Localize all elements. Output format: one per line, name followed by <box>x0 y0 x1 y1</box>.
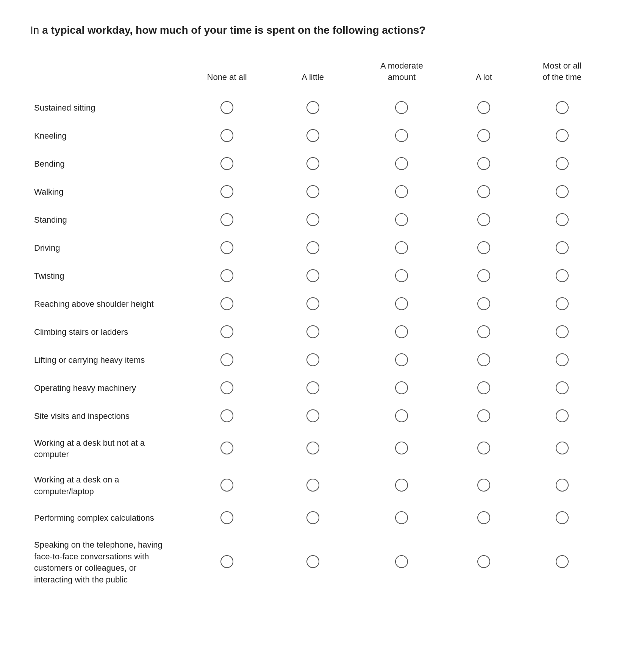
radio-circle[interactable] <box>306 409 319 422</box>
radio-option-working-desk-computer-alot[interactable] <box>477 479 490 493</box>
radio-option-kneeling-alot[interactable] <box>477 129 490 144</box>
radio-option-kneeling-moderate[interactable] <box>395 129 408 144</box>
radio-option-performing-calculations-alot[interactable] <box>477 511 490 526</box>
radio-option-bending-little[interactable] <box>306 157 319 172</box>
radio-circle[interactable] <box>306 381 319 394</box>
radio-circle[interactable] <box>306 157 319 170</box>
radio-circle[interactable] <box>556 381 569 394</box>
radio-option-performing-calculations-none[interactable] <box>220 511 233 526</box>
radio-circle[interactable] <box>306 555 319 568</box>
radio-circle[interactable] <box>556 479 569 492</box>
radio-option-speaking-telephone-most[interactable] <box>556 555 569 570</box>
radio-circle[interactable] <box>306 213 319 226</box>
radio-option-working-desk-computer-moderate[interactable] <box>395 479 408 493</box>
radio-option-working-desk-computer-none[interactable] <box>220 479 233 493</box>
radio-circle[interactable] <box>477 213 490 226</box>
radio-option-twisting-most[interactable] <box>556 269 569 284</box>
radio-option-speaking-telephone-alot[interactable] <box>477 555 490 570</box>
radio-circle[interactable] <box>395 157 408 170</box>
radio-circle[interactable] <box>477 555 490 568</box>
radio-circle[interactable] <box>306 185 319 198</box>
radio-circle[interactable] <box>395 129 408 142</box>
radio-option-speaking-telephone-little[interactable] <box>306 555 319 570</box>
radio-option-climbing-stairs-little[interactable] <box>306 325 319 340</box>
radio-circle[interactable] <box>556 185 569 198</box>
radio-option-working-desk-computer-most[interactable] <box>556 479 569 493</box>
radio-circle[interactable] <box>306 241 319 254</box>
radio-circle[interactable] <box>220 157 233 170</box>
radio-circle[interactable] <box>395 101 408 114</box>
radio-circle[interactable] <box>477 479 490 492</box>
radio-circle[interactable] <box>306 442 319 454</box>
radio-circle[interactable] <box>556 511 569 524</box>
radio-circle[interactable] <box>477 442 490 454</box>
radio-option-lifting-carrying-little[interactable] <box>306 353 319 368</box>
radio-circle[interactable] <box>395 213 408 226</box>
radio-circle[interactable] <box>220 241 233 254</box>
radio-option-standing-none[interactable] <box>220 213 233 228</box>
radio-option-sustained-sitting-little[interactable] <box>306 101 319 116</box>
radio-circle[interactable] <box>306 269 319 282</box>
radio-circle[interactable] <box>477 185 490 198</box>
radio-option-driving-none[interactable] <box>220 241 233 256</box>
radio-option-working-desk-no-computer-little[interactable] <box>306 442 319 456</box>
radio-option-walking-none[interactable] <box>220 185 233 200</box>
radio-circle[interactable] <box>477 241 490 254</box>
radio-circle[interactable] <box>220 129 233 142</box>
radio-circle[interactable] <box>220 442 233 454</box>
radio-circle[interactable] <box>220 479 233 492</box>
radio-option-performing-calculations-most[interactable] <box>556 511 569 526</box>
radio-option-walking-alot[interactable] <box>477 185 490 200</box>
radio-option-operating-machinery-most[interactable] <box>556 381 569 396</box>
radio-circle[interactable] <box>395 269 408 282</box>
radio-option-driving-alot[interactable] <box>477 241 490 256</box>
radio-circle[interactable] <box>220 297 233 310</box>
radio-circle[interactable] <box>556 297 569 310</box>
radio-option-working-desk-no-computer-most[interactable] <box>556 442 569 456</box>
radio-circle[interactable] <box>556 101 569 114</box>
radio-option-operating-machinery-alot[interactable] <box>477 381 490 396</box>
radio-option-performing-calculations-little[interactable] <box>306 511 319 526</box>
radio-option-bending-alot[interactable] <box>477 157 490 172</box>
radio-circle[interactable] <box>395 325 408 338</box>
radio-option-driving-most[interactable] <box>556 241 569 256</box>
radio-circle[interactable] <box>477 101 490 114</box>
radio-option-climbing-stairs-alot[interactable] <box>477 325 490 340</box>
radio-circle[interactable] <box>306 479 319 492</box>
radio-option-bending-moderate[interactable] <box>395 157 408 172</box>
radio-circle[interactable] <box>220 185 233 198</box>
radio-option-sustained-sitting-alot[interactable] <box>477 101 490 116</box>
radio-circle[interactable] <box>556 241 569 254</box>
radio-circle[interactable] <box>395 381 408 394</box>
radio-option-reaching-above-shoulder-none[interactable] <box>220 297 233 312</box>
radio-circle[interactable] <box>556 353 569 366</box>
radio-circle[interactable] <box>395 297 408 310</box>
radio-circle[interactable] <box>395 353 408 366</box>
radio-option-standing-alot[interactable] <box>477 213 490 228</box>
radio-circle[interactable] <box>556 555 569 568</box>
radio-option-site-visits-moderate[interactable] <box>395 409 408 424</box>
radio-circle[interactable] <box>477 129 490 142</box>
radio-circle[interactable] <box>306 297 319 310</box>
radio-circle[interactable] <box>556 129 569 142</box>
radio-option-kneeling-little[interactable] <box>306 129 319 144</box>
radio-circle[interactable] <box>220 555 233 568</box>
radio-option-sustained-sitting-none[interactable] <box>220 101 233 116</box>
radio-circle[interactable] <box>220 101 233 114</box>
radio-option-performing-calculations-moderate[interactable] <box>395 511 408 526</box>
radio-circle[interactable] <box>477 381 490 394</box>
radio-circle[interactable] <box>395 442 408 454</box>
radio-option-walking-little[interactable] <box>306 185 319 200</box>
radio-circle[interactable] <box>395 555 408 568</box>
radio-circle[interactable] <box>556 325 569 338</box>
radio-option-speaking-telephone-moderate[interactable] <box>395 555 408 570</box>
radio-option-site-visits-alot[interactable] <box>477 409 490 424</box>
radio-option-working-desk-computer-little[interactable] <box>306 479 319 493</box>
radio-circle[interactable] <box>395 479 408 492</box>
radio-option-lifting-carrying-alot[interactable] <box>477 353 490 368</box>
radio-circle[interactable] <box>306 353 319 366</box>
radio-option-climbing-stairs-most[interactable] <box>556 325 569 340</box>
radio-circle[interactable] <box>477 409 490 422</box>
radio-circle[interactable] <box>556 269 569 282</box>
radio-option-standing-little[interactable] <box>306 213 319 228</box>
